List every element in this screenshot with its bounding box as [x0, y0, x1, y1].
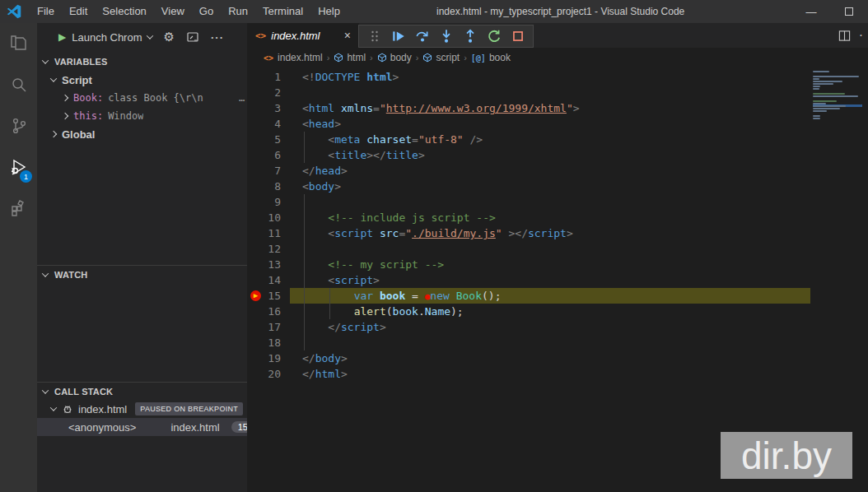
line-number-gutter[interactable]: 20	[247, 366, 290, 382]
sidebar-item-source-control[interactable]	[0, 105, 37, 146]
breadcrumb-separator: ›	[370, 53, 373, 63]
code-line[interactable]: 16 alert(book.Name);	[247, 304, 868, 319]
code-line[interactable]: 4<head>	[247, 116, 868, 132]
maximize-button[interactable]	[830, 0, 868, 23]
launch-config-select[interactable]: Launch Chrom	[72, 31, 142, 44]
menu-help[interactable]: Help	[310, 0, 348, 23]
editor-more-actions-icon[interactable]: ·	[859, 28, 863, 43]
code-line[interactable]: 2	[247, 85, 868, 100]
step-over-button[interactable]	[413, 26, 432, 46]
menu-edit[interactable]: Edit	[62, 0, 95, 23]
toolbar-drag-handle[interactable]	[365, 26, 385, 46]
code-line[interactable]: 3<html xmlns="http://www.w3.org/1999/xht…	[247, 100, 868, 116]
code-line[interactable]: 11 <script src="./build/my.js" ></script…	[247, 225, 868, 241]
debug-console-icon[interactable]	[186, 30, 199, 44]
gear-icon[interactable]: ⚙	[164, 30, 175, 44]
chevron-down-icon[interactable]	[146, 32, 152, 39]
menu-terminal[interactable]: Terminal	[255, 0, 310, 23]
breadcrumb-script[interactable]: script	[422, 52, 460, 63]
breadcrumb-book[interactable]: [@] book	[471, 52, 511, 63]
sidebar-item-search[interactable]	[0, 64, 37, 105]
line-number-gutter[interactable]: 7	[247, 163, 290, 179]
breadcrumb-file[interactable]: <> index.html	[264, 52, 323, 63]
close-tab-icon[interactable]: ×	[344, 29, 351, 42]
breadcrumb-label: script	[436, 52, 460, 63]
menu-go[interactable]: Go	[192, 0, 221, 23]
menu-run[interactable]: Run	[221, 0, 255, 23]
code-line[interactable]: 7</head>	[247, 163, 868, 179]
call-stack-section-header[interactable]: CALL STACK	[37, 382, 247, 400]
line-number-gutter[interactable]: 2	[247, 85, 290, 100]
start-debug-icon[interactable]: ▶	[58, 31, 66, 43]
line-number-gutter[interactable]: 3	[247, 100, 290, 116]
breadcrumb-separator: ›	[416, 53, 419, 63]
code-line[interactable]: 19</body>	[247, 350, 868, 366]
split-editor-icon[interactable]	[838, 30, 851, 42]
watch-section-header[interactable]: WATCH	[37, 265, 247, 283]
line-number-gutter[interactable]: 13	[247, 257, 290, 272]
code-line[interactable]: 13 <!-- my script -->	[247, 257, 868, 272]
call-stack-frame-row[interactable]: <anonymous> index.html 15:22	[37, 418, 247, 436]
step-into-button[interactable]	[436, 26, 456, 46]
sidebar-item-explorer[interactable]	[0, 23, 37, 64]
code-line[interactable]: 6 <title></title>	[247, 147, 868, 163]
call-stack-session-row[interactable]: index.html PAUSED ON BREAKPOINT	[37, 400, 247, 418]
sidebar-item-run-and-debug[interactable]: 1	[0, 146, 37, 188]
code-line[interactable]: 20</html>	[247, 366, 868, 382]
line-number-gutter[interactable]: 17	[247, 319, 290, 335]
line-number-gutter[interactable]: 12	[247, 241, 290, 257]
code-line[interactable]: 10 <!-- include js script -->	[247, 210, 868, 225]
line-number-gutter[interactable]: ▶15	[247, 288, 290, 304]
code-line[interactable]: ▶15 var book = ●new Book();	[247, 288, 868, 304]
menu-selection[interactable]: Selection	[95, 0, 153, 23]
variable-value: class Book {\r\n con…	[108, 92, 247, 104]
line-number-gutter[interactable]: 11	[247, 225, 290, 241]
line-number-gutter[interactable]: 5	[247, 132, 290, 147]
continue-button[interactable]	[389, 26, 408, 46]
tab-index-html[interactable]: <> index.html ×	[247, 23, 359, 48]
stop-button[interactable]	[508, 26, 528, 46]
line-number-gutter[interactable]: 14	[247, 272, 290, 288]
variable-row-book[interactable]: Book: class Book {\r\n con…	[37, 89, 247, 107]
code-line[interactable]: 1<!DOCTYPE html>	[247, 69, 868, 85]
debug-toolbar	[358, 25, 534, 48]
variables-scope-global[interactable]: Global	[37, 125, 247, 143]
variables-section-header[interactable]: VARIABLES	[37, 53, 247, 71]
variables-scope-script[interactable]: Script	[37, 71, 247, 89]
debug-sidebar: ▶ Launch Chrom ⚙ ··· VARIABLES Script Bo…	[37, 23, 247, 492]
code-line[interactable]: 9	[247, 194, 868, 210]
menu-view[interactable]: View	[154, 0, 192, 23]
variable-row-this[interactable]: this: Window	[37, 107, 247, 125]
code-line[interactable]: 17 </script>	[247, 319, 868, 335]
menu-file[interactable]: File	[30, 0, 62, 23]
code-line[interactable]: 12	[247, 241, 868, 257]
minimap[interactable]	[813, 70, 862, 119]
code-line[interactable]: 18	[247, 335, 868, 350]
code-editor[interactable]: 1<!DOCTYPE html>23<html xmlns="http://ww…	[247, 69, 868, 492]
line-number-gutter[interactable]: 9	[247, 194, 290, 210]
restart-button[interactable]	[484, 26, 504, 46]
minimize-button[interactable]: —	[792, 0, 830, 23]
code-line[interactable]: 5 <meta charset="utf-8" />	[247, 132, 868, 147]
line-number-gutter[interactable]: 1	[247, 69, 290, 85]
code-line[interactable]: 8<body>	[247, 179, 868, 194]
more-actions-icon[interactable]: ···	[211, 31, 224, 44]
sidebar-item-extensions[interactable]	[0, 188, 37, 229]
line-number-gutter[interactable]: 18	[247, 335, 290, 350]
code-line[interactable]: 14 <script>	[247, 272, 868, 288]
scope-label: Script	[62, 74, 92, 86]
line-number-gutter[interactable]: 16	[247, 304, 290, 319]
html-file-icon: <>	[255, 30, 266, 41]
variable-name: Book:	[73, 92, 103, 104]
line-number-gutter[interactable]: 19	[247, 350, 290, 366]
line-number-gutter[interactable]: 6	[247, 147, 290, 163]
step-out-button[interactable]	[460, 26, 480, 46]
breadcrumb-html[interactable]: html	[334, 52, 366, 63]
line-number-gutter[interactable]: 8	[247, 179, 290, 194]
paused-breakpoint-icon[interactable]: ▶	[250, 290, 261, 301]
line-number-gutter[interactable]: 10	[247, 210, 290, 225]
symbol-element-icon	[377, 53, 387, 63]
variable-value: Window	[108, 110, 143, 122]
line-number-gutter[interactable]: 4	[247, 116, 290, 132]
breadcrumb-body[interactable]: body	[377, 52, 412, 63]
